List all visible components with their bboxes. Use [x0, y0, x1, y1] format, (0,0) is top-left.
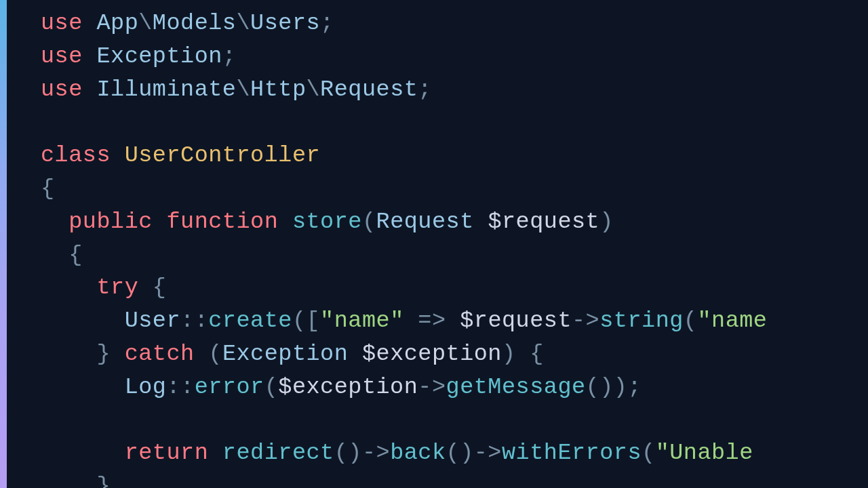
namespace-users: Users: [250, 10, 320, 36]
keyword-use: use: [41, 77, 83, 102]
function-witherrors: withErrors: [502, 440, 642, 466]
punct-lparen: (: [446, 440, 460, 466]
punct-lparen: (: [264, 374, 279, 400]
function-getmessage: getMessage: [446, 374, 586, 400]
punct-semicolon: ;: [418, 77, 432, 102]
code-editor-frame: use App\Models\Users; use Exception; use…: [0, 0, 868, 488]
function-redirect: redirect: [222, 440, 334, 466]
punct-backslash: \: [138, 10, 153, 36]
punct-lparen: (: [586, 374, 600, 400]
function-back: back: [390, 440, 446, 466]
string-name-arg: "name: [697, 308, 767, 333]
punct-rparen: ): [348, 440, 362, 466]
punct-rparen: ): [599, 209, 614, 235]
namespace-exception: Exception: [96, 43, 222, 69]
punct-lbrace: {: [68, 242, 83, 268]
punct-rparen: ): [599, 374, 614, 400]
keyword-return: return: [125, 440, 209, 466]
punct-backslash: \: [307, 77, 321, 102]
punct-rbrace: }: [96, 473, 111, 488]
punct-semicolon: ;: [627, 374, 642, 400]
punct-backslash: \: [236, 77, 250, 102]
keyword-public: public: [68, 209, 153, 235]
punct-semicolon: ;: [222, 43, 237, 69]
punct-lparen: (: [684, 308, 698, 333]
function-create: create: [208, 308, 292, 333]
punct-rparen: ): [614, 374, 628, 400]
class-user: User: [125, 308, 180, 333]
function-store: store: [292, 209, 362, 235]
punct-lparen: (: [292, 308, 307, 333]
variable-request: $request: [460, 308, 572, 333]
punct-arrow: ->: [572, 308, 599, 333]
keyword-try: try: [96, 274, 138, 300]
punct-lbrace: {: [530, 341, 544, 367]
keyword-class: class: [41, 142, 111, 168]
class-usercontroller: UserController: [125, 142, 320, 168]
punct-lparen: (: [362, 209, 376, 235]
punct-lparen: (: [642, 440, 656, 466]
keyword-catch: catch: [125, 341, 195, 367]
namespace-models: Models: [153, 10, 237, 36]
namespace-app: App: [96, 10, 138, 36]
punct-rparen: ): [460, 440, 474, 466]
punct-double-colon: ::: [180, 308, 208, 333]
variable-exception: $exception: [362, 341, 502, 367]
namespace-illuminate: Illuminate: [96, 77, 236, 102]
variable-request: $request: [488, 209, 599, 235]
punct-lbrace: {: [41, 176, 55, 201]
code-content: use App\Models\Users; use Exception; use…: [41, 7, 868, 488]
punct-lbrace: {: [153, 274, 167, 300]
namespace-request: Request: [320, 77, 418, 102]
function-string: string: [599, 308, 684, 333]
function-error: error: [195, 374, 264, 400]
punct-arrow: ->: [362, 440, 390, 466]
type-request: Request: [376, 209, 474, 235]
punct-double-colon: ::: [166, 374, 194, 400]
gradient-accent-bar: [0, 0, 7, 488]
string-name-key: "name": [320, 308, 404, 333]
keyword-use: use: [41, 10, 83, 36]
punct-arrow: ->: [418, 374, 446, 400]
variable-exception: $exception: [278, 374, 418, 400]
type-exception: Exception: [222, 341, 348, 367]
punct-semicolon: ;: [320, 10, 334, 36]
punct-rparen: ): [502, 341, 516, 367]
string-unable: "Unable: [656, 440, 768, 466]
punct-lparen: (: [334, 440, 349, 466]
namespace-http: Http: [250, 77, 306, 102]
keyword-function: function: [166, 209, 278, 235]
class-log: Log: [125, 374, 167, 400]
punct-fat-arrow: =>: [418, 308, 446, 333]
punct-lbracket: [: [307, 308, 321, 333]
keyword-use: use: [41, 43, 83, 69]
punct-lparen: (: [208, 341, 222, 367]
punct-rbrace: }: [96, 341, 111, 367]
punct-arrow: ->: [474, 440, 502, 466]
punct-backslash: \: [236, 10, 250, 36]
